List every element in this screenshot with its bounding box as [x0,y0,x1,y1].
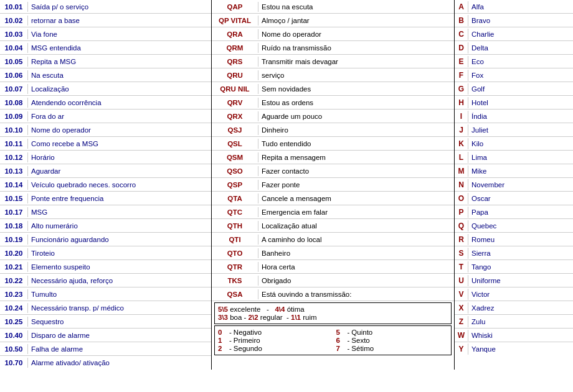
ten-code-number: 10.12 [0,152,28,162]
number-item: 1 - Primeiro [218,337,330,344]
q-code-code: QRX [212,111,258,121]
phonetic-word: Eco [468,57,487,67]
q-code-row: TKS Obrigado [212,274,454,287]
phonetic-row: R Romeu [455,233,573,246]
ten-code-number: 10.10 [0,125,28,135]
phonetic-word: Oscar [468,194,494,203]
ten-code-number: 10.02 [0,16,28,26]
ten-code-row: 10.08 Atendendo ocorrência [0,96,211,110]
phonetic-letter: L [455,152,468,163]
q-code-row: QSO Fazer contacto [212,164,454,178]
phonetic-letter: F [455,70,468,81]
q-code-code: QSM [212,152,258,162]
q-code-code: QTA [212,194,258,203]
ten-code-row: 10.13 Aguardar [0,164,211,178]
q-code-row: QTR Hora certa [212,260,454,274]
phonetic-row: A Alfa [455,0,573,14]
ten-code-description: Alto numerário [28,221,81,231]
ten-code-row: 10.11 Como recebe a MSG [0,137,211,151]
phonetic-letter: Y [455,343,468,355]
q-code-row: QTA Cancele a mensagem [212,192,454,205]
q-code-row: QRM Ruído na transmissão [212,41,454,55]
phonetic-row: F Fox [455,68,573,82]
ten-code-description: Alarme ativado/ ativação [28,358,113,368]
ten-code-number: 10.05 [0,57,28,67]
ten-code-number: 10.24 [0,303,28,313]
q-code-code: QSL [212,139,258,149]
q-code-description: Fazer ponte [258,180,303,190]
q-code-description: Transmitir mais devagar [258,57,341,67]
phonetic-letter: K [455,138,468,149]
ten-code-number: 10.04 [0,43,28,53]
phonetic-row: H Hotel [455,96,573,110]
phonetic-letter: Z [455,316,468,327]
ten-code-number: 10.03 [0,29,28,39]
phonetic-row: O Oscar [455,192,573,205]
signal-row-2: 3\3 boa - 2\2 regular - 1\1 ruim [218,314,448,321]
ten-code-number: 10.15 [0,194,28,203]
q-code-row: QSJ Dinheiro [212,123,454,137]
phonetic-letter: X [455,302,468,314]
ten-code-row: 10.03 Via fone [0,27,211,41]
ten-code-description: Nome do operador [28,125,94,135]
ten-code-description: Repita a MSG [28,57,79,67]
phonetic-row: M Mike [455,164,573,178]
q-code-row: QSA Está ouvindo a transmissão: [212,287,454,301]
phonetic-word: November [468,180,508,190]
ten-code-number: 10.70 [0,358,28,368]
ten-code-row: 10.01 Saída p/ o serviço [0,0,211,14]
phonetic-letter: Q [455,220,468,231]
ten-code-number: 10.23 [0,289,28,299]
q-code-description: Localização atual [258,221,320,231]
q-code-description: Obrigado [258,276,294,286]
phonetic-row: T Tango [455,260,573,274]
phonetic-letter: N [455,179,468,190]
ten-code-number: 10.07 [0,84,28,94]
phonetic-letter: I [455,111,468,122]
phonetic-alphabet-column: A Alfa B Bravo C Charlie D Delta E Eco F… [455,0,573,370]
phonetic-word: Delta [468,43,491,53]
phonetic-row: J Juliet [455,123,573,137]
phonetic-letter: J [455,124,468,136]
q-code-code: QRU NIL [212,84,258,94]
q-code-row: QRX Aguarde um pouco [212,110,454,123]
phonetic-letter: R [455,234,468,245]
phonetic-word: Uniforme [468,276,504,286]
phonetic-row: V Victor [455,287,573,301]
ten-code-description: Saída p/ o serviço [28,2,92,12]
q-code-description: Nome do operador [258,29,324,39]
q-code-row: QSM Repita a mensagem [212,151,454,164]
q-code-description: Banheiro [258,248,293,258]
ten-code-number: 10.21 [0,262,28,272]
q-code-description: Está ouvindo a transmissão: [258,289,354,299]
ten-code-description: Fora do ar [28,111,67,121]
phonetic-letter: B [455,15,468,26]
ten-code-row: 10.06 Na escuta [0,68,211,82]
q-code-description: Repita a mensagem [258,152,329,162]
number-item: 0 - Negativo [218,329,330,336]
ten-code-description: Ponte entre frequencia [28,194,107,203]
number-item: 2 - Segundo [218,345,330,352]
q-code-description: Emergencia em falar [258,207,331,217]
ten-code-number: 10.40 [0,330,28,340]
number-label: Segundo [234,345,262,352]
phonetic-row: W Whiski [455,329,573,342]
phonetic-letter: O [455,193,468,204]
q-code-code: QTR [212,262,258,272]
ten-code-description: MSG [28,207,50,217]
q-code-description: Tudo entendido [258,139,315,149]
ten-code-description: Disparo de alarme [28,330,93,340]
q-codes-column: QAP Estou na escuta QP VITAL Almoço / ja… [212,0,455,370]
phonetic-word: Xadrez [468,303,497,313]
q-code-code: QTH [212,221,258,231]
ten-code-description: Aguardar [28,166,64,176]
ten-code-row: 10.50 Falha de alarme [0,342,211,356]
phonetic-word: Papa [468,207,491,217]
phonetic-row: C Charlie [455,27,573,41]
phonetic-row: Y Yanque [455,342,573,356]
phonetic-letter: T [455,261,468,273]
ten-code-description: Atendendo ocorrência [28,98,105,108]
phonetic-word: Quebec [468,221,500,231]
ten-code-description: retornar a base [28,16,83,26]
phonetic-row: X Xadrez [455,301,573,315]
